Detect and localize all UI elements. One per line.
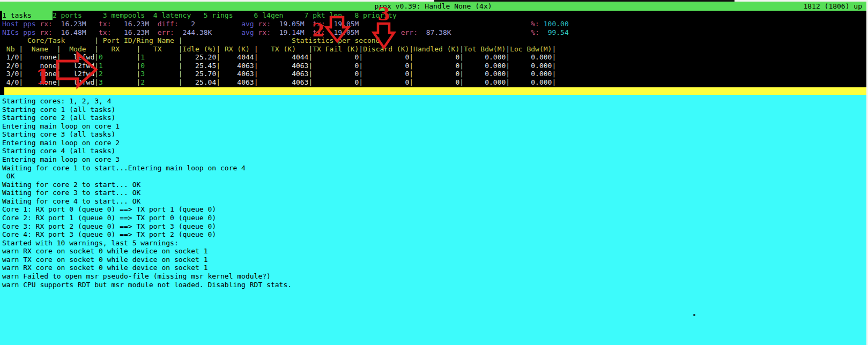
log-line: Starting core 1 (all tasks)	[2, 106, 115, 114]
log-line: Core 3: RX port 2 (queue 0) ==> TX port …	[2, 222, 216, 231]
tab-tasks[interactable]: 1 tasks	[2, 11, 53, 20]
tab-latency[interactable]: 4 latency	[153, 11, 204, 20]
table-row: 1/0| none| l2fwd|0 |1 | 25.20| 4044| 404…	[2, 53, 556, 62]
log-line: warn TX core on socket 0 while device on…	[2, 256, 208, 264]
tab-mempools[interactable]: 3 mempools	[103, 11, 153, 20]
tab-l4gen[interactable]: 6 l4gen	[254, 11, 305, 20]
log-line: Waiting for core 2 to start... OK	[2, 181, 140, 189]
status-divider-bar	[4, 87, 866, 95]
app-title: prox v0.39: Handle None (4x)	[374, 2, 492, 10]
log-line: Entering main loop on core 2	[2, 139, 120, 147]
table-row: 4/0| none| l2fwd|3 |2 | 25.04| 4063| 406…	[2, 78, 556, 87]
screen-speck	[693, 314, 695, 316]
log-line: Starting cores: 1, 2, 3, 4	[2, 97, 112, 106]
terminal-screen: prox v0.39: Handle None (4x) 1812 (1806)…	[0, 2, 866, 345]
table-column-header: Nb | Name | Mode | RX | TX |Idle (%)| RX…	[2, 45, 556, 54]
log-line: Waiting for core 4 to start... OK	[2, 197, 140, 206]
log-area: Starting cores: 1, 2, 3, 4Starting core …	[0, 95, 866, 345]
table-row: 2/0| none| l2fwd|1 |0 | 25.45| 4063| 406…	[2, 62, 556, 70]
log-line: Started with 10 warnings, last 5 warning…	[2, 239, 179, 248]
table-group-header: Core/Task | Port ID/Ring Name | Statisti…	[2, 36, 380, 45]
stats-line-nics: NICs pps rx: 16.48M tx: 16.23M err: 244.…	[2, 28, 569, 37]
tab-priority[interactable]: 8 priority	[354, 11, 405, 20]
log-line: warn RX core on socket 0 while device on…	[2, 264, 208, 272]
log-line: Waiting for core 1 to start...Entering m…	[2, 164, 246, 172]
tab-ports[interactable]: 2 ports	[53, 11, 103, 20]
log-line: Core 2: RX port 1 (queue 0) ==> TX port …	[2, 214, 216, 222]
log-line: Core 4: RX port 3 (queue 0) ==> TX port …	[2, 230, 216, 239]
log-line: OK	[2, 172, 14, 181]
stats-line-host: Host pps rx: 16.23M tx: 16.23M diff: 2 a…	[2, 20, 569, 28]
log-line: Entering main loop on core 3	[2, 155, 120, 164]
titlebar: prox v0.39: Handle None (4x) 1812 (1806)…	[0, 2, 866, 11]
log-line: warn Failed to open msr pseudo-file (mis…	[2, 272, 271, 281]
log-line: Entering main loop on core 1	[2, 122, 120, 131]
log-line: warn CPU supports RDT but msr module not…	[2, 281, 292, 289]
uptime-counter: 1812 (1806) up	[803, 2, 862, 11]
log-line: Starting core 2 (all tasks)	[2, 114, 115, 122]
table-row: 3/0| none| l2fwd|2 |3 | 25.70| 4063| 406…	[2, 70, 556, 78]
log-line: Core 1: RX port 0 (queue 0) ==> TX port …	[2, 205, 216, 214]
log-line: Starting core 3 (all tasks)	[2, 130, 115, 139]
tab-pkt-len[interactable]: 7 pkt len	[305, 11, 355, 20]
tab-rings[interactable]: 5 rings	[204, 11, 254, 20]
log-line: Waiting for core 3 to start... OK	[2, 189, 140, 197]
tab-bar: 1 tasks 2 ports 3 mempools 4 latency 5 r…	[2, 11, 405, 20]
log-line: warn RX core on socket 0 while device on…	[2, 247, 208, 256]
prox-terminal-window: prox v0.39: Handle None (4x) 1812 (1806)…	[0, 0, 868, 345]
log-line: Starting core 4 (all tasks)	[2, 147, 115, 155]
